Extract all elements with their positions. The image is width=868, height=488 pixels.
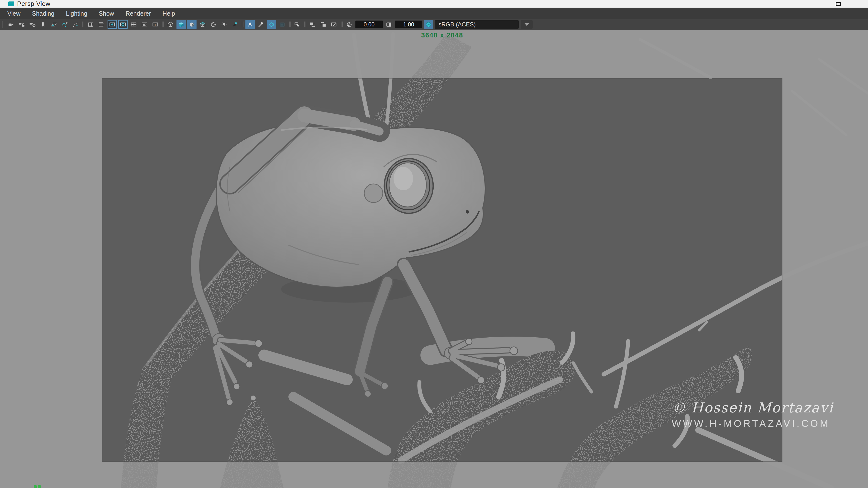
lights-button[interactable] bbox=[219, 20, 229, 29]
cm-on-icon: ON bbox=[425, 21, 432, 28]
exposure-field[interactable] bbox=[355, 21, 383, 28]
grid-button[interactable] bbox=[86, 20, 95, 29]
isolate-select-button[interactable] bbox=[293, 20, 302, 29]
toolbar-separator bbox=[340, 21, 343, 28]
frog-nostril bbox=[466, 210, 469, 213]
resolution-gate-button[interactable] bbox=[107, 20, 117, 29]
frog-eye bbox=[384, 159, 433, 213]
toolbar-separator bbox=[82, 21, 85, 28]
window-titlebar: Persp View bbox=[0, 0, 868, 8]
color-management-toggle[interactable]: ON bbox=[424, 20, 433, 29]
frog-eardrum bbox=[364, 184, 383, 203]
grease-pencil-icon bbox=[72, 21, 79, 28]
use-all-lights-button[interactable] bbox=[245, 20, 255, 29]
gamma-button[interactable] bbox=[384, 20, 394, 29]
motion-blur-button[interactable] bbox=[278, 20, 287, 29]
axis-gizmo-fragment bbox=[34, 485, 41, 488]
gamma-field[interactable] bbox=[395, 21, 423, 28]
grid-icon bbox=[87, 21, 94, 28]
perspective-viewport[interactable]: 3640 x 2048 © Hossein Mortazavi WWW.H-MO… bbox=[0, 30, 868, 488]
wireframe-cube-icon bbox=[167, 21, 174, 28]
menu-lighting[interactable]: Lighting bbox=[66, 10, 88, 17]
frames-front-button[interactable] bbox=[319, 20, 328, 29]
menu-renderer[interactable]: Renderer bbox=[126, 10, 151, 17]
shaded-cube-icon bbox=[178, 21, 185, 28]
menu-view[interactable]: View bbox=[7, 10, 21, 17]
smooth-shade-button[interactable] bbox=[177, 20, 186, 29]
lock-camera-button[interactable] bbox=[17, 20, 26, 29]
contrast-icon bbox=[385, 21, 393, 28]
camera-attributes-button[interactable] bbox=[28, 20, 37, 29]
light-bulb-icon bbox=[220, 21, 228, 28]
gate-mask-icon bbox=[119, 21, 127, 28]
toolbar-separator bbox=[304, 21, 307, 28]
textured-sphere-icon bbox=[188, 21, 195, 28]
field-chart-button[interactable] bbox=[129, 20, 138, 29]
bookmark-icon bbox=[40, 21, 47, 28]
safe-title-icon: T bbox=[152, 21, 159, 28]
wireframe-on-shaded-button[interactable] bbox=[198, 20, 207, 29]
overlap-frames-filled-icon bbox=[320, 21, 327, 28]
occlusion-ring-icon bbox=[268, 21, 275, 28]
bookmarks-button[interactable] bbox=[39, 20, 48, 29]
panel-icon bbox=[8, 1, 14, 6]
toolbar-grip[interactable] bbox=[2, 21, 5, 28]
ssao-button[interactable] bbox=[267, 20, 276, 29]
view-transform-value: sRGB (ACES) bbox=[438, 21, 476, 28]
image-plane-button[interactable] bbox=[50, 20, 59, 29]
film-gate-icon bbox=[98, 21, 105, 28]
flat-light-icon bbox=[257, 21, 265, 28]
wire-on-shaded-cube-icon bbox=[199, 21, 206, 28]
grease-pencil-button[interactable] bbox=[71, 20, 80, 29]
image-plane-icon bbox=[50, 21, 58, 28]
resolution-gate-icon bbox=[108, 21, 116, 28]
toolbar-separator bbox=[241, 21, 244, 28]
toolbar-separator bbox=[161, 21, 164, 28]
overlap-frames-icon bbox=[309, 21, 316, 28]
watermark: © Hossein Mortazavi WWW.H-MORTAZAVI.COM bbox=[672, 400, 858, 429]
field-chart-icon bbox=[130, 21, 137, 28]
safe-action-button[interactable] bbox=[140, 20, 149, 29]
chevron-down-icon bbox=[525, 23, 529, 26]
select-camera-button[interactable] bbox=[6, 20, 16, 29]
safe-title-button[interactable]: T bbox=[151, 20, 160, 29]
pan-zoom-icon bbox=[61, 21, 68, 28]
shadows-button[interactable] bbox=[230, 20, 240, 29]
camera-gear-icon bbox=[29, 21, 36, 28]
exposure-button[interactable] bbox=[345, 20, 354, 29]
panel-menubar: View Shading Lighting Show Renderer Help bbox=[0, 8, 868, 19]
pan-zoom-2d-button[interactable] bbox=[60, 20, 69, 29]
isolate-select-cursor-icon bbox=[294, 21, 301, 28]
shadow-sphere-icon bbox=[231, 21, 239, 28]
textured-button[interactable] bbox=[187, 20, 196, 29]
snapshot-button[interactable] bbox=[330, 20, 339, 29]
resolution-gate-label: 3640 x 2048 bbox=[403, 32, 481, 39]
gate-mask-button[interactable] bbox=[118, 20, 128, 29]
menu-shading[interactable]: Shading bbox=[32, 10, 55, 17]
panel-toolbar: T bbox=[0, 19, 868, 30]
toolbar-separator bbox=[288, 21, 291, 28]
menu-show[interactable]: Show bbox=[99, 10, 114, 17]
default-material-button[interactable] bbox=[209, 20, 218, 29]
all-lights-icon bbox=[246, 21, 254, 28]
maya-persp-view-window: Persp View View Shading Lighting Show Re… bbox=[0, 0, 868, 488]
motion-blur-icon bbox=[279, 21, 286, 28]
frames-back-button[interactable] bbox=[308, 20, 317, 29]
snapshot-pen-icon bbox=[331, 21, 338, 28]
view-transform-select[interactable]: sRGB (ACES) bbox=[435, 20, 519, 29]
exposure-aperture-icon bbox=[346, 21, 353, 28]
view-transform-arrow-button[interactable] bbox=[521, 20, 533, 29]
maximize-icon[interactable] bbox=[836, 2, 841, 6]
svg-text:T: T bbox=[154, 23, 156, 26]
watermark-url: WWW.H-MORTAZAVI.COM bbox=[672, 418, 858, 429]
safe-action-icon bbox=[141, 21, 148, 28]
checker-sphere-icon bbox=[210, 21, 217, 28]
film-gate-button[interactable] bbox=[97, 20, 106, 29]
camera-icon bbox=[7, 21, 15, 28]
watermark-signature: © Hossein Mortazavi bbox=[672, 400, 858, 415]
camera-lock-icon bbox=[18, 21, 25, 28]
window-title: Persp View bbox=[17, 0, 50, 7]
wireframe-button[interactable] bbox=[166, 20, 175, 29]
menu-help[interactable]: Help bbox=[162, 10, 175, 17]
flat-lighting-button[interactable] bbox=[256, 20, 266, 29]
